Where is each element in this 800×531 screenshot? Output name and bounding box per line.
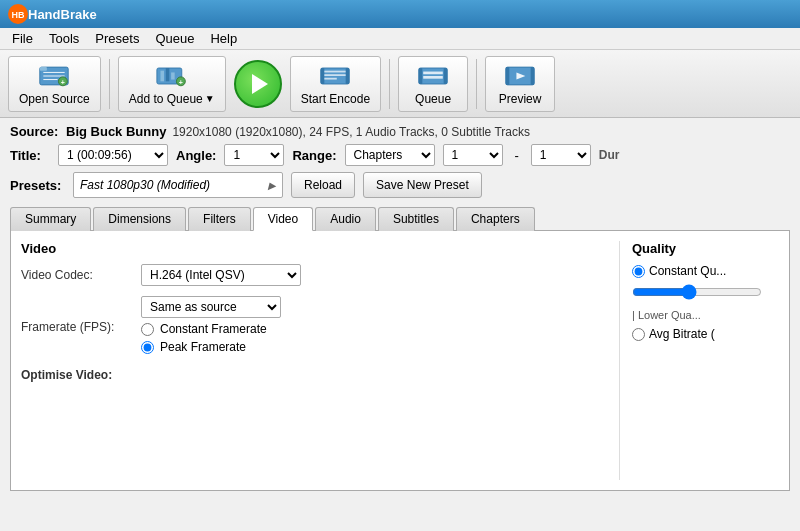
menu-queue[interactable]: Queue: [147, 29, 202, 48]
title-select[interactable]: 1 (00:09:56): [58, 144, 168, 166]
quality-panel: Quality Constant Qu... | Lower Qua... Av…: [619, 241, 779, 480]
open-source-label: Open Source: [19, 92, 90, 106]
lower-quality-text: | Lower Qua...: [632, 309, 779, 321]
tab-chapters[interactable]: Chapters: [456, 207, 535, 231]
tab-filters[interactable]: Filters: [188, 207, 251, 231]
preview-button[interactable]: Preview: [485, 56, 555, 112]
presets-label: Presets:: [10, 178, 65, 193]
duration-label: Dur: [599, 148, 620, 162]
range-label: Range:: [292, 148, 336, 163]
svg-rect-19: [325, 74, 346, 76]
toolbar-sep-1: [109, 59, 110, 109]
queue-icon: [417, 62, 449, 90]
range-select[interactable]: Chapters Seconds Frames: [345, 144, 435, 166]
svg-rect-28: [531, 67, 535, 85]
menu-help[interactable]: Help: [202, 29, 245, 48]
open-source-button[interactable]: + Open Source: [8, 56, 101, 112]
quality-slider-container: [632, 284, 779, 303]
app-title: HandBrake: [28, 7, 97, 22]
start-encode-icon: [319, 62, 351, 90]
svg-rect-10: [160, 70, 164, 81]
title-label: Title:: [10, 148, 50, 163]
constant-framerate-row: Constant Framerate: [141, 322, 281, 336]
start-encode-label: Start Encode: [301, 92, 370, 106]
constant-quality-label: Constant Qu...: [649, 264, 726, 278]
svg-rect-16: [321, 68, 325, 84]
app-logo: HB: [8, 4, 28, 24]
title-row: Title: 1 (00:09:56) Angle: 1 Range: Chap…: [10, 144, 790, 166]
constant-framerate-label: Constant Framerate: [160, 322, 267, 336]
source-title: Big Buck Bunny: [66, 124, 166, 139]
svg-rect-27: [506, 67, 510, 85]
preview-label: Preview: [499, 92, 542, 106]
content-area: Source: Big Buck Bunny 1920x1080 (1920x1…: [0, 118, 800, 497]
open-source-icon: +: [38, 62, 70, 90]
save-new-preset-button[interactable]: Save New Preset: [363, 172, 482, 198]
peak-framerate-label: Peak Framerate: [160, 340, 246, 354]
menu-bar: File Tools Presets Queue Help: [0, 28, 800, 50]
menu-tools[interactable]: Tools: [41, 29, 87, 48]
svg-rect-25: [423, 76, 443, 79]
svg-rect-17: [346, 68, 350, 84]
play-icon: [252, 74, 268, 94]
start-encode-play-button[interactable]: [234, 60, 282, 108]
angle-select[interactable]: 1: [224, 144, 284, 166]
reload-button[interactable]: Reload: [291, 172, 355, 198]
svg-rect-22: [419, 68, 423, 84]
toolbar-sep-3: [476, 59, 477, 109]
source-info: 1920x1080 (1920x1080), 24 FPS, 1 Audio T…: [172, 125, 530, 139]
start-encode-button[interactable]: Start Encode: [290, 56, 381, 112]
video-settings-panel: Video Video Codec: H.264 (Intel QSV) H.2…: [21, 241, 619, 480]
constant-quality-row: Constant Qu...: [632, 264, 779, 278]
peak-framerate-radio[interactable]: [141, 341, 154, 354]
constant-framerate-radio[interactable]: [141, 323, 154, 336]
framerate-select[interactable]: Same as source 5 10 15 23.976 24 25 29.9…: [141, 296, 281, 318]
svg-text:HB: HB: [12, 10, 25, 20]
svg-rect-3: [40, 67, 47, 71]
preview-icon: [504, 62, 536, 90]
chapter-from-select[interactable]: 1: [443, 144, 503, 166]
avg-bitrate-row: Avg Bitrate (: [632, 327, 779, 341]
tab-audio[interactable]: Audio: [315, 207, 376, 231]
queue-button[interactable]: Queue: [398, 56, 468, 112]
preset-selector[interactable]: Fast 1080p30 (Modified) ▶: [73, 172, 283, 198]
avg-bitrate-radio[interactable]: [632, 328, 645, 341]
add-to-queue-icon: +: [156, 62, 188, 90]
optimise-video-row: Optimise Video:: [21, 368, 619, 382]
add-to-queue-button[interactable]: + Add to Queue ▼: [118, 56, 226, 112]
title-bar: HB HandBrake: [0, 0, 800, 28]
constant-quality-radio[interactable]: [632, 265, 645, 278]
menu-file[interactable]: File: [4, 29, 41, 48]
video-codec-select[interactable]: H.264 (Intel QSV) H.264 (x264) H.265 (x2…: [141, 264, 301, 286]
avg-bitrate-label: Avg Bitrate (: [649, 327, 715, 341]
angle-label: Angle:: [176, 148, 216, 163]
preset-current-value: Fast 1080p30 (Modified): [80, 178, 210, 192]
source-label: Source:: [10, 124, 60, 139]
svg-text:+: +: [179, 78, 183, 86]
chapter-to-select[interactable]: 1: [531, 144, 591, 166]
quality-slider[interactable]: [632, 284, 762, 300]
tab-video[interactable]: Video: [253, 207, 313, 231]
svg-rect-24: [423, 71, 443, 74]
presets-row: Presets: Fast 1080p30 (Modified) ▶ Reloa…: [10, 172, 790, 198]
menu-presets[interactable]: Presets: [87, 29, 147, 48]
tabs-bar: Summary Dimensions Filters Video Audio S…: [10, 206, 790, 231]
svg-rect-18: [325, 70, 346, 72]
tab-dimensions[interactable]: Dimensions: [93, 207, 186, 231]
tab-summary[interactable]: Summary: [10, 207, 91, 231]
peak-framerate-row: Peak Framerate: [141, 340, 281, 354]
add-to-queue-dropdown-arrow[interactable]: ▼: [205, 93, 215, 104]
queue-label: Queue: [415, 92, 451, 106]
preset-arrow-icon: ▶: [268, 180, 276, 191]
chapter-dash: -: [515, 148, 519, 163]
svg-rect-20: [325, 77, 337, 79]
toolbar-sep-2: [389, 59, 390, 109]
video-codec-label: Video Codec:: [21, 268, 141, 282]
framerate-mode-group: Constant Framerate Peak Framerate: [141, 322, 281, 354]
optimise-video-label: Optimise Video:: [21, 368, 141, 382]
svg-rect-11: [165, 68, 169, 81]
source-row: Source: Big Buck Bunny 1920x1080 (1920x1…: [10, 124, 790, 139]
tab-subtitles[interactable]: Subtitles: [378, 207, 454, 231]
quality-title: Quality: [632, 241, 779, 256]
main-panel: Video Video Codec: H.264 (Intel QSV) H.2…: [10, 231, 790, 491]
